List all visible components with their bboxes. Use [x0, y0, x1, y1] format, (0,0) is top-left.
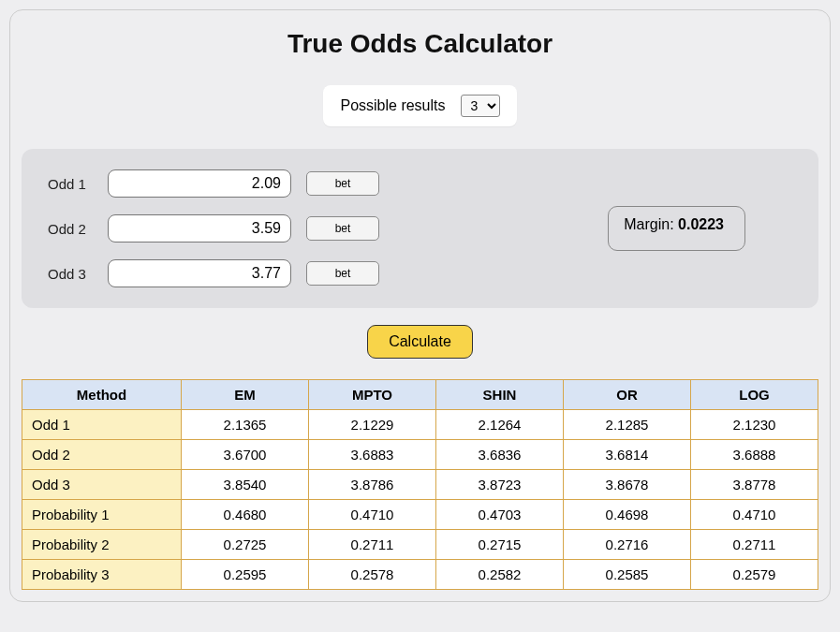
cell: 3.8786 [309, 470, 436, 500]
row-label: Probability 1 [22, 500, 182, 530]
th-log: LOG [691, 380, 818, 410]
cell: 0.2711 [691, 530, 818, 560]
cell: 0.4703 [436, 500, 564, 530]
row-label: Odd 3 [22, 470, 182, 500]
cell: 3.8678 [564, 470, 691, 500]
cell: 2.1264 [436, 410, 564, 440]
margin-label: Margin: [624, 216, 678, 232]
cell: 0.4710 [309, 500, 436, 530]
page-title: True Odds Calculator [10, 29, 830, 59]
cell: 0.2595 [182, 560, 309, 590]
cell: 0.2725 [182, 530, 309, 560]
possible-results-label: Possible results [340, 97, 445, 114]
cell: 0.2579 [691, 560, 818, 590]
cell: 0.2715 [436, 530, 564, 560]
table-row: Odd 33.85403.87863.87233.86783.8778 [22, 470, 818, 500]
cell: 0.2711 [309, 530, 436, 560]
results-table: Method EM MPTO SHIN OR LOG Odd 12.13652.… [22, 379, 818, 590]
cell: 0.2578 [309, 560, 436, 590]
table-row: Odd 23.67003.68833.68363.68143.6888 [22, 440, 818, 470]
cell: 0.4698 [564, 500, 691, 530]
cell: 3.6888 [691, 440, 818, 470]
odd-row-2: Odd 2 bet [48, 214, 379, 243]
odds-column: Odd 1 bet Odd 2 bet Odd 3 bet [48, 169, 379, 287]
cell: 3.8778 [691, 470, 818, 500]
margin-value: 0.0223 [678, 216, 724, 232]
cell: 0.2585 [564, 560, 691, 590]
th-shin: SHIN [436, 380, 564, 410]
calculator-container: True Odds Calculator Possible results 3 … [9, 9, 831, 602]
cell: 0.2716 [564, 530, 691, 560]
row-label: Odd 2 [22, 440, 182, 470]
row-label: Probability 3 [22, 560, 182, 590]
cell: 3.6883 [309, 440, 436, 470]
odd-2-label: Odd 2 [48, 221, 108, 237]
odd-1-label: Odd 1 [48, 176, 108, 192]
cell: 2.1285 [564, 410, 691, 440]
table-row: Probability 20.27250.27110.27150.27160.2… [22, 530, 818, 560]
odd-row-3: Odd 3 bet [48, 259, 379, 287]
cell: 3.6836 [436, 440, 564, 470]
odds-panel: Odd 1 bet Odd 2 bet Odd 3 bet Margin: 0.… [22, 149, 818, 308]
possible-results-box: Possible results 3 [323, 85, 516, 126]
cell: 2.1229 [309, 410, 436, 440]
th-em: EM [182, 380, 309, 410]
cell: 3.6700 [182, 440, 309, 470]
odd-3-input[interactable] [108, 259, 291, 287]
odd-2-input[interactable] [108, 214, 291, 243]
th-mpto: MPTO [309, 380, 436, 410]
cell: 0.4680 [182, 500, 309, 530]
row-label: Probability 2 [22, 530, 182, 560]
odd-1-input[interactable] [108, 169, 291, 198]
odd-3-label: Odd 3 [48, 266, 108, 282]
th-method: Method [22, 380, 182, 410]
cell: 3.6814 [564, 440, 691, 470]
table-row: Probability 30.25950.25780.25820.25850.2… [22, 560, 818, 590]
cell: 3.8723 [436, 470, 564, 500]
odd-row-1: Odd 1 bet [48, 169, 379, 198]
calculate-button[interactable]: Calculate [367, 325, 473, 359]
th-or: OR [564, 380, 691, 410]
row-label: Odd 1 [22, 410, 182, 440]
cell: 2.1230 [691, 410, 818, 440]
table-row: Odd 12.13652.12292.12642.12852.1230 [22, 410, 818, 440]
table-header-row: Method EM MPTO SHIN OR LOG [22, 380, 818, 410]
possible-results-select[interactable]: 3 [461, 95, 500, 117]
bet-button-2[interactable]: bet [306, 216, 379, 241]
table-row: Probability 10.46800.47100.47030.46980.4… [22, 500, 818, 530]
possible-results-row: Possible results 3 [10, 85, 830, 126]
cell: 0.2582 [436, 560, 564, 590]
calculate-row: Calculate [10, 325, 830, 359]
bet-button-3[interactable]: bet [306, 261, 379, 286]
bet-button-1[interactable]: bet [306, 171, 379, 196]
cell: 0.4710 [691, 500, 818, 530]
cell: 3.8540 [182, 470, 309, 500]
cell: 2.1365 [182, 410, 309, 440]
margin-box: Margin: 0.0223 [608, 206, 745, 251]
